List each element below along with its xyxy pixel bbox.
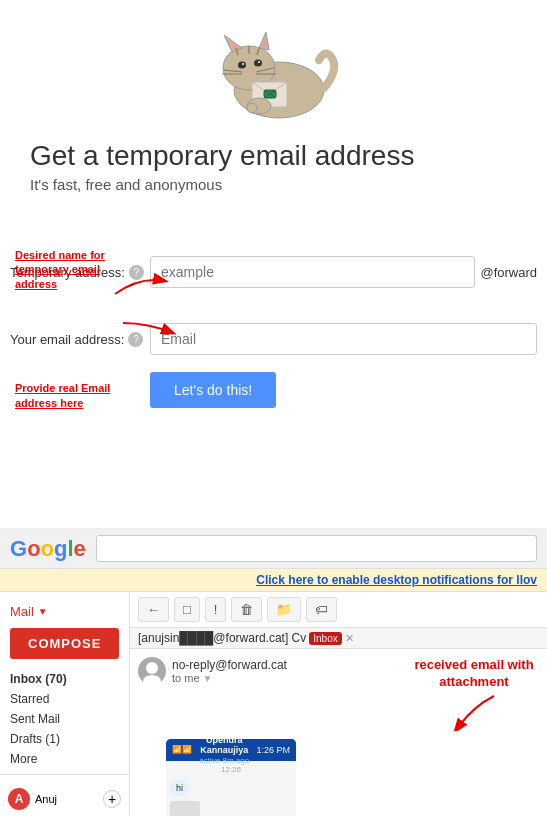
mail-toolbar: ← □ ! 🗑 📁 🏷: [130, 592, 547, 628]
received-annotation: received email with attachment: [409, 657, 539, 691]
label-button[interactable]: 🏷: [306, 597, 337, 622]
mail-label[interactable]: Mail ▼: [0, 600, 129, 623]
mark-button[interactable]: !: [205, 597, 227, 622]
mail-sidebar: Mail ▼ COMPOSE Inbox (70) Starred Sent M…: [0, 592, 130, 816]
contact-list: A Anuj + L You: converter: [0, 780, 129, 816]
email-input[interactable]: [150, 323, 537, 355]
email-from: no-reply@forward.cat to me ▼: [138, 657, 287, 685]
email-input-wrap: [150, 323, 537, 355]
received-annotation-wrap: received email with attachment: [409, 657, 539, 731]
svg-point-23: [247, 103, 257, 113]
sidebar-item-starred[interactable]: Starred: [0, 689, 129, 709]
compose-button[interactable]: COMPOSE: [10, 628, 119, 659]
notification-link[interactable]: Click here to enable desktop notificatio…: [256, 573, 537, 587]
svg-point-26: [146, 662, 158, 674]
page-title: Get a temporary email address: [20, 140, 527, 172]
inbox-tag: Inbox: [309, 632, 341, 645]
email-tab-label: [anujsin████@forward.cat] Cv: [138, 631, 306, 645]
sidebar-item-drafts[interactable]: Drafts (1): [0, 729, 129, 749]
close-tab-icon[interactable]: ✕: [345, 632, 354, 645]
arrow-received: [444, 691, 504, 731]
add-contact-button[interactable]: +: [103, 790, 121, 808]
chat-bubble: hi: [170, 780, 189, 796]
top-section: Get a temporary email address It's fast,…: [0, 0, 547, 226]
sidebar-item-sent[interactable]: Sent Mail: [0, 709, 129, 729]
gmail-header: Google: [0, 529, 547, 569]
gmail-search-input[interactable]: [96, 535, 537, 562]
page-subtitle: It's fast, free and anonymous: [20, 176, 527, 193]
notification-bar: Click here to enable desktop notificatio…: [0, 569, 547, 592]
mail-layout: Mail ▼ COMPOSE Inbox (70) Starred Sent M…: [0, 592, 547, 816]
arrow-email: [118, 318, 178, 348]
delete-button[interactable]: 🗑: [231, 597, 262, 622]
folder-button[interactable]: 📁: [267, 597, 301, 622]
svg-point-27: [143, 675, 161, 685]
mail-chevron-icon: ▼: [38, 606, 48, 617]
sidebar-divider: [0, 774, 129, 775]
form-section: Desired name for temporary email address…: [0, 256, 547, 418]
mail-main: ← □ ! 🗑 📁 🏷 [anujsin████@forward.cat] Cv…: [130, 592, 547, 816]
phone-thumbnail: 📶📶 Upendra Kannaujiya active 8m ago 1:26…: [166, 739, 296, 816]
svg-point-9: [238, 62, 246, 69]
svg-point-12: [258, 61, 260, 63]
email-tab[interactable]: [anujsin████@forward.cat] Cv Inbox ✕: [138, 631, 354, 645]
email-content: no-reply@forward.cat to me ▼ received em…: [130, 649, 547, 816]
cat-illustration: [194, 10, 354, 130]
temp-address-input[interactable]: [150, 256, 475, 288]
back-button[interactable]: ←: [138, 597, 169, 622]
sender-info: no-reply@forward.cat: [172, 658, 287, 672]
svg-point-10: [254, 60, 262, 67]
email-row: Your email address: ?: [10, 323, 537, 355]
annotation-provide-email: Provide real Email address here: [15, 381, 125, 410]
submit-button[interactable]: Let's do this!: [150, 372, 276, 408]
sidebar-item-inbox[interactable]: Inbox (70): [0, 669, 129, 689]
sidebar-item-more[interactable]: More: [0, 749, 129, 769]
at-suffix: @forward: [480, 265, 537, 280]
arrow-desired: [110, 266, 170, 301]
phone-header: 📶📶 Upendra Kannaujiya active 8m ago 1:26…: [166, 739, 296, 761]
sender-avatar: [138, 657, 166, 685]
phone-body: 12:26 hi: [166, 761, 296, 816]
sender-to: to me ▼: [172, 672, 287, 684]
temp-input-wrap: [150, 256, 475, 288]
google-logo: Google: [10, 536, 86, 562]
svg-point-11: [242, 63, 244, 65]
gmail-section: Google Click here to enable desktop noti…: [0, 528, 547, 816]
email-tab-bar: [anujsin████@forward.cat] Cv Inbox ✕: [130, 628, 547, 649]
list-item[interactable]: A Anuj +: [0, 785, 129, 813]
avatar: A: [8, 788, 30, 810]
archive-button[interactable]: □: [174, 597, 200, 622]
